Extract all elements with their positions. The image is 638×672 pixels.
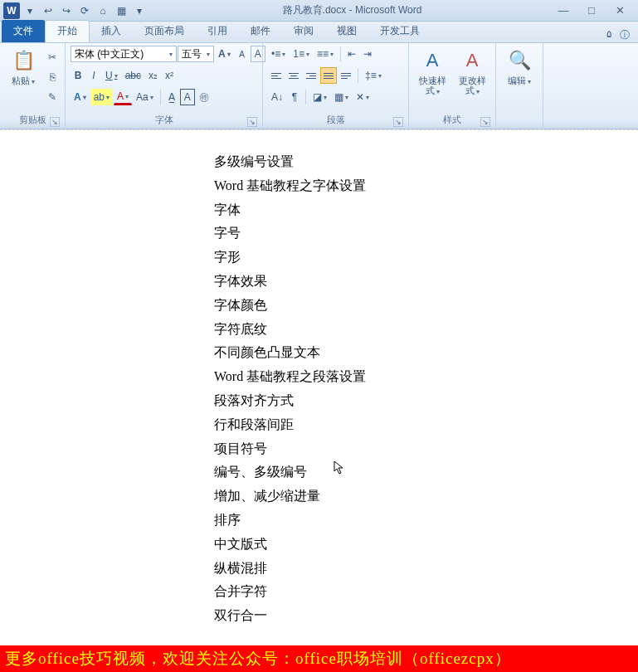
format-painter-button[interactable]: ✎ [45,89,60,105]
shading-button[interactable]: ◪ [309,89,330,105]
shrink-font-button[interactable]: A [235,46,250,62]
qat-menu-icon[interactable]: ▾ [22,2,38,19]
group-label-editing: ㅤ [501,112,538,129]
doc-line[interactable]: 多级编号设置 [214,150,638,174]
circle-char-button[interactable]: ㊕ [196,89,212,105]
doc-line[interactable]: 双行合一 [214,604,638,628]
bullets-button[interactable]: •≡ [268,46,289,62]
tab-mailings[interactable]: 邮件 [239,21,282,42]
para-dialog-icon[interactable]: ↘ [393,117,403,127]
align-distribute-button[interactable] [338,67,354,84]
separator [160,90,161,105]
cut-button[interactable]: ✂ [45,49,60,66]
doc-line[interactable]: 字号 [214,222,638,246]
strike-button[interactable]: abc [122,67,144,84]
tab-insert[interactable]: 插入 [90,21,133,42]
help-icon[interactable]: ⓘ [620,28,630,42]
doc-line[interactable]: 字形 [214,246,638,270]
tab-file[interactable]: 文件 [2,20,45,42]
highlight-button[interactable]: ab [90,89,113,105]
doc-line[interactable]: 纵横混排 [214,557,638,581]
maximize-button[interactable]: □ [585,4,598,17]
doc-line[interactable]: 增加、减少缩进量 [214,485,638,509]
qat-more-icon[interactable]: ▾ [131,2,148,19]
doc-line[interactable]: 项目符号 [214,437,638,461]
change-styles-button[interactable]: A 更改样式 [454,46,490,96]
refresh-icon[interactable]: ⟳ [76,2,93,19]
doc-line[interactable]: 字体颜色 [214,294,638,318]
grow-font-button[interactable]: A [215,46,234,62]
doc-line[interactable]: 字符底纹 [214,318,638,342]
quick-styles-button[interactable]: A 快速样式 [414,46,450,96]
copy-button[interactable]: ⎘ [45,69,60,85]
close-button[interactable]: ✕ [613,4,626,17]
sort-button[interactable]: A↓ [268,89,286,105]
minimize-button[interactable]: — [557,4,570,17]
multilevel-button[interactable]: ≡≡ [314,46,337,62]
tab-view[interactable]: 视图 [325,21,368,42]
asian-layout-button[interactable]: ✕ [353,89,373,105]
undo-icon[interactable]: ↩ [40,2,56,19]
clipboard-dialog-icon[interactable]: ↘ [50,117,60,127]
table-icon[interactable]: ▦ [113,2,129,19]
phonetic-button[interactable]: A̲ [164,89,179,105]
align-justify-button[interactable] [320,67,337,84]
align-center-button[interactable] [285,67,302,84]
font-color-button[interactable]: A [114,89,132,105]
group-styles: A 快速样式 A 更改样式 样式↘ [409,43,496,129]
title-bar: W ▾ ↩ ↪ ⟳ ⌂ ▦ ▾ 路凡教育.docx - Microsoft Wo… [0,0,638,22]
doc-line[interactable]: 行和段落间距 [214,413,638,437]
home-icon[interactable]: ⌂ [95,2,111,19]
bold-button[interactable]: B [71,67,85,84]
numbering-button[interactable]: 1≡ [290,46,313,62]
group-clipboard: 📋 粘贴 ✂ ⎘ ✎ 剪贴板↘ [0,43,66,129]
doc-line[interactable]: 字体 [214,198,638,222]
tab-references[interactable]: 引用 [196,21,239,42]
group-editing: 🔍 编辑 ㅤ [496,43,543,129]
document-page: 多级编号设置 Word 基础教程之字体设置 字体 字号 字形 字体效果 字体颜色… [0,130,638,628]
italic-button[interactable]: I [86,67,101,84]
change-case-button[interactable]: Aa [133,89,157,105]
decrease-indent-button[interactable]: ⇤ [344,46,359,62]
align-right-button[interactable] [303,67,319,84]
superscript-button[interactable]: x² [162,67,177,84]
redo-icon[interactable]: ↪ [58,2,75,19]
doc-line[interactable]: 字体效果 [214,270,638,294]
word-icon[interactable]: W [3,2,20,19]
document-area[interactable]: 多级编号设置 Word 基础教程之字体设置 字体 字号 字形 字体效果 字体颜色… [0,129,638,645]
tab-page-layout[interactable]: 页面布局 [133,21,196,42]
styles-dialog-icon[interactable]: ↘ [480,117,490,127]
paste-button[interactable]: 📋 粘贴 [5,46,41,86]
doc-line[interactable]: 段落对齐方式 [214,389,638,413]
ribbon: 📋 粘贴 ✂ ⎘ ✎ 剪贴板↘ 宋体 (中文正文)▾ 五号▾ A A A B I [0,43,638,129]
subscript-button[interactable]: x₂ [145,67,161,84]
font-name-combo[interactable]: 宋体 (中文正文)▾ [71,46,177,62]
doc-line[interactable]: 不同颜色凸显文本 [214,341,638,365]
line-spacing-button[interactable]: ‡≡ [362,67,385,84]
tab-review[interactable]: 审阅 [282,21,325,42]
font-dialog-icon[interactable]: ↘ [247,117,257,127]
text-effects-button[interactable]: A [71,89,90,105]
paste-icon: 📋 [10,47,37,74]
char-border-button[interactable]: A [180,89,195,105]
doc-line[interactable]: Word 基础教程之段落设置 [214,365,638,389]
quick-access-toolbar: W ▾ ↩ ↪ ⟳ ⌂ ▦ ▾ [3,2,148,19]
editing-button[interactable]: 🔍 编辑 [501,46,538,86]
align-left-button[interactable] [268,67,285,84]
group-label-styles: 样式↘ [414,112,490,129]
doc-line[interactable]: Word 基础教程之字体设置 [214,174,638,198]
doc-line[interactable]: 编号、多级编号 [214,460,638,485]
doc-line[interactable]: 排序 [214,509,638,533]
borders-button[interactable]: ▦ [331,89,352,105]
underline-button[interactable]: U [102,67,121,84]
tab-home[interactable]: 开始 [45,20,90,42]
quick-styles-icon: A [419,47,446,74]
tab-developer[interactable]: 开发工具 [368,21,431,42]
doc-line[interactable]: 合并字符 [214,580,638,604]
font-size-combo[interactable]: 五号▾ [178,46,214,62]
show-marks-button[interactable]: ¶ [287,89,302,105]
ribbon-help: ۵ ⓘ [598,28,638,42]
doc-line[interactable]: 中文版式 [214,533,638,557]
minimize-ribbon-icon[interactable]: ۵ [606,28,611,42]
increase-indent-button[interactable]: ⇥ [360,46,375,62]
